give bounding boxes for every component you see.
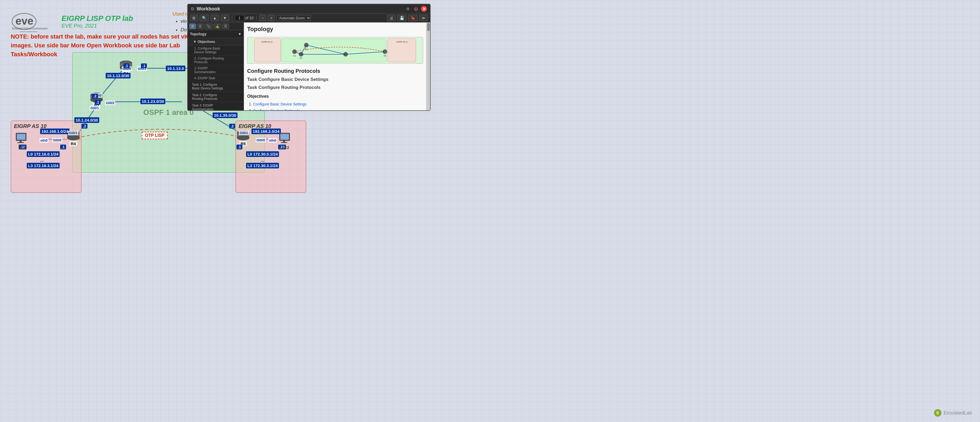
wb-obj-1[interactable]: Configure Basic Device Settings [253,102,307,106]
wb-page-nav: of 10 [235,15,253,21]
watermark-text: EmulatedLab [943,410,972,416]
svg-rect-40 [281,142,287,143]
ip-r1-r2: 10.1.12.0/30 [106,73,130,78]
wb-task-routing-title: Task Configure Routing Protocols [247,85,423,90]
wb-config-routing-title: Configure Routing Protocols [247,68,423,74]
r4-dot2: .2 [81,124,88,128]
wb-objectives-heading: Objectives [247,94,423,99]
wb-toc-objectives-header[interactable]: ▼ Objectives [188,38,243,46]
wb-down-btn[interactable]: ▼ [221,15,229,21]
svg-text:R4: R4 [293,54,296,57]
pc1-label: PC1 [15,145,29,150]
wb-toc-item-4[interactable]: 4. EIGRP Stub [188,75,243,82]
wb-zoom-in-btn[interactable]: + [268,15,275,21]
wb-task-basic-title: Task Configure Basic Device Settings [247,77,423,82]
wb-content: Topology R1 [244,22,426,110]
wb-topo-preview: R1 R2 R4 R5 [247,37,423,64]
svg-point-50 [292,50,297,54]
watermark: E EmulatedLab [934,409,972,417]
r4-dot1: .1 [60,145,66,149]
wb-objectives-list: Configure Basic Device Settings Configur… [253,101,423,110]
r1-dot1-right: .1 [141,64,147,68]
lab-subtitle: EVE Pro, 2021 [62,23,133,29]
wb-obj-2[interactable]: Configure Routing Protocols [253,109,300,110]
wb-sidebar-attach-btn[interactable]: 📎 [205,24,212,29]
wb-toc-topology-header[interactable]: Topology ▼ [188,30,243,38]
eth0-right: eth0 [268,138,277,143]
wb-toc-task2[interactable]: Task 2: ConfigureRouting Protocols [188,92,243,102]
wb-body: ⊞ ☰ 📎 ⛳ ☰ Topology ▼ ▼ Objectives 1. Con… [188,22,430,110]
wb-window-controls: ⚙ ⏻ ✕ [405,6,427,12]
r4-label: R4 [70,141,77,146]
wb-toc-item-1[interactable]: 1. Configure BasicDevice Settings [188,46,243,56]
svg-point-30 [237,136,249,140]
workbook-panel: ⧉ Workbook ⚙ ⏻ ✕ ⊞ 🔍 ▲ ▼ of 10 − + Autom… [187,4,431,111]
wb-sidebar-list-btn[interactable]: ☰ [197,24,204,29]
wb-zoom-select[interactable]: Automatic Zoom [276,15,311,21]
wb-zoom-out-btn[interactable]: − [259,15,266,21]
svg-text:R5: R5 [383,54,387,57]
workbook-titlebar: ⧉ Workbook ⚙ ⏻ ✕ [188,4,430,14]
r5-gi0-0-label: GI0/0 [256,138,266,142]
r5-dot1: .1 [237,145,242,149]
otp-lisp-label: OTP LISP [142,132,168,139]
wb-toc-task3[interactable]: Task 3: EIGRPSummarization [188,102,243,110]
svg-rect-34 [17,134,25,140]
wb-toolbar: ⊞ 🔍 ▲ ▼ of 10 − + Automatic Zoom 🖨 💾 🔖 ≫ [188,14,430,22]
r2-gi0-1: GI0/1 [90,106,100,110]
svg-rect-36 [18,142,24,143]
wb-close-button[interactable]: ✕ [421,6,427,12]
eve-logo-area: eve Emulated Virtual Environment Next Ge… [11,11,133,32]
svg-rect-44 [282,38,386,62]
lo0-left: L0 172.16.0.1/24 [27,151,60,157]
wb-grid-view-btn[interactable]: ⊞ [190,15,198,21]
eth0-left: eth0 [40,138,48,143]
r1-dot1: .1 [124,64,129,68]
lo3-left: L3 172.16.3.1/24 [27,163,60,168]
wb-sidebar-grid-btn[interactable]: ⊞ [189,24,196,29]
dots-right: ... [261,158,264,163]
svg-text:Emulated Virtual Environment: Emulated Virtual Environment [12,27,47,30]
wb-sidebar: ⊞ ☰ 📎 ⛳ ☰ Topology ▼ ▼ Objectives 1. Con… [188,22,244,110]
wb-save-btn[interactable]: 💾 [397,15,407,21]
lo3-right: L3 172.30.3.1/24 [246,163,279,168]
ip-r2-r3: 10.1.23.0/30 [140,99,165,104]
wb-sidebar-toolbar: ⊞ ☰ 📎 ⛳ ☰ [188,22,243,30]
wb-toc-item-3[interactable]: 3. EIGRPSummarization [188,66,243,75]
ip-r1-r3: 10.1.13.0 [166,66,185,71]
svg-text:eve: eve [16,15,33,27]
watermark-icon: E [934,409,942,417]
svg-rect-35 [19,141,22,142]
svg-rect-39 [283,141,285,142]
lo0-right: L0 172.30.0.1/24 [246,151,279,157]
wb-print-btn[interactable]: 🖨 [387,15,396,21]
wb-sidebar-layer-btn[interactable]: ⛳ [213,24,221,29]
r5-gi0-1: GI0/1 [239,131,249,135]
wb-toc-collapse-icon: ▼ [238,32,242,36]
wb-menu-btn[interactable]: ≫ [419,15,428,21]
svg-text:R1: R1 [305,48,308,50]
wb-external-icon[interactable]: ⧉ [191,6,194,11]
wb-toc-task1[interactable]: Task 1: ConfigureBasic Device Settings [188,82,243,92]
wb-toc-item-2[interactable]: 2. Configure RoutingProtocols [188,56,243,66]
wb-scrollbar[interactable] [426,22,430,110]
svg-rect-38 [280,134,289,140]
svg-point-25 [67,136,79,140]
r2-gi0-2: GI0/2 [105,101,115,105]
wb-page-input[interactable] [235,15,244,21]
wb-settings-icon[interactable]: ⚙ [405,6,411,12]
r4-gi0-0-label: GI0/0 [52,138,62,142]
wb-page-main-title: Topology [247,26,423,33]
r4-gi0-1: GI0/1 [68,131,78,135]
wb-search-btn[interactable]: 🔍 [199,15,209,21]
wb-sidebar-more-btn[interactable]: ☰ [222,24,229,29]
workbook-title: Workbook [197,6,220,12]
dots-left: ... [40,158,44,163]
pc2-label: PC2 [278,145,293,150]
wb-power-icon[interactable]: ⏻ [413,6,419,12]
wb-bookmark-btn[interactable]: 🔖 [408,15,417,21]
pc1-icon: PC1 [15,132,29,150]
wb-up-btn[interactable]: ▲ [210,15,219,21]
wb-scroll-thumb [427,23,430,31]
ip-eigrp-left: 192.168.1.0/24 [40,128,70,134]
